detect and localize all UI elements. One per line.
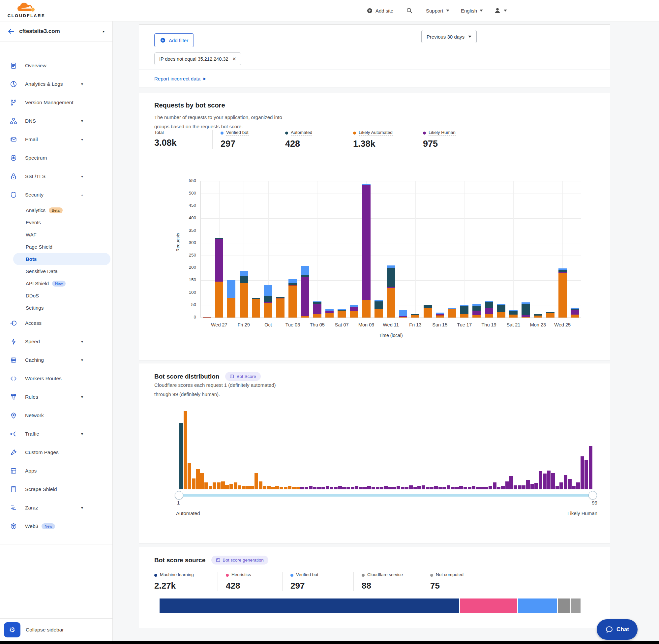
sidebar-item-overview[interactable]: Overview [0, 56, 112, 75]
chart-bar [313, 181, 322, 318]
sidebar-item-api-shield[interactable]: API ShieldNew [0, 277, 112, 290]
sidebar-item-email[interactable]: Email▾ [0, 130, 112, 149]
histogram-bar [493, 482, 496, 489]
sidebar-item-label: Sensitive Data [26, 269, 58, 274]
histogram-bar [225, 485, 229, 489]
sidebar-item-ddos[interactable]: DDoS [0, 290, 112, 302]
sidebar-item-access[interactable]: Access [0, 314, 112, 332]
chart-bar [215, 181, 223, 318]
bar-segment-verified-bot [436, 313, 444, 314]
add-filter-button[interactable]: Add filter [154, 33, 194, 47]
bar-segment-automated [411, 314, 419, 315]
sidebar-item-security[interactable]: Security▴ [0, 186, 112, 204]
sidebar-item-version-management[interactable]: Version Management [0, 93, 112, 112]
stat-label[interactable]: Verified bot [296, 572, 319, 578]
stat-label[interactable]: Automated [291, 130, 312, 136]
histogram-bar [447, 485, 450, 489]
sidebar-item-events[interactable]: Events [0, 216, 112, 229]
y-tick-label: 100 [180, 290, 196, 295]
sidebar-item-caching[interactable]: Caching▾ [0, 351, 112, 369]
language-menu[interactable]: English [461, 0, 483, 21]
sidebar-item-analytics-logs[interactable]: Analytics & Logs▾ [0, 75, 112, 93]
bar-segment-verified-bot [546, 312, 555, 313]
sidebar-item-analytics[interactable]: AnalyticsBeta [0, 204, 112, 216]
sidebar-item-dns[interactable]: DNS▾ [0, 112, 112, 130]
slider-handle-min[interactable] [175, 491, 183, 500]
histogram-bar [334, 487, 337, 489]
report-incorrect-data-link[interactable]: Report incorrect data ▶ [154, 76, 206, 82]
stat-label[interactable]: Machine learning [160, 572, 194, 578]
stat-label[interactable]: Likely Automated [359, 130, 393, 136]
legend-dot [220, 132, 223, 135]
stat-label[interactable]: Heuristics [231, 572, 251, 578]
histogram-bar [531, 484, 534, 489]
stat-label[interactable]: Verified bot [226, 130, 249, 136]
histogram-bar [464, 487, 467, 489]
chat-button[interactable]: Chat [597, 619, 638, 640]
doc-shield-icon [10, 486, 17, 493]
search-button[interactable] [406, 0, 413, 21]
login-icon [10, 320, 17, 327]
plus-circle-icon [367, 7, 373, 14]
chart-bar [399, 181, 407, 318]
sidebar-item-custom-pages[interactable]: Custom Pages [0, 443, 112, 462]
requests-time-series-chart: Requests Time (local) 050100150200250300… [201, 181, 581, 318]
bar-segment-likely-automated [509, 315, 518, 318]
sidebar-item-label: Settings [26, 305, 44, 310]
filter-chip[interactable]: IP does not equal 35.212.240.32 ✕ [154, 52, 241, 65]
bot-score-generation-docs-pill[interactable]: Bot score generation [211, 556, 268, 565]
sidebar-item-apps[interactable]: Apps [0, 462, 112, 480]
sidebar-item-speed[interactable]: Speed▾ [0, 332, 112, 351]
histogram-bar [547, 470, 550, 489]
site-selector[interactable]: cftestsite3.com ▸ [0, 21, 112, 42]
sidebar-item-ssl-tls[interactable]: SSL/TLS▾ [0, 167, 112, 186]
sidebar-item-sensitive-data[interactable]: Sensitive Data [0, 265, 112, 277]
sidebar-item-web3[interactable]: Web3New [0, 517, 112, 535]
sidebar-item-workers-routes[interactable]: Workers Routes [0, 369, 112, 388]
sidebar-item-settings[interactable]: Settings [0, 302, 112, 314]
back-arrow-icon[interactable] [7, 27, 15, 35]
histogram-bar [384, 486, 388, 489]
sidebar-item-page-shield[interactable]: Page Shield [0, 241, 112, 253]
add-site-button[interactable]: Add site [367, 0, 393, 21]
stat-label[interactable]: Cloudflare service [367, 572, 403, 578]
bar-segment-verified-bot [448, 308, 456, 309]
slider-handle-max[interactable] [588, 491, 597, 500]
sidebar-item-rules[interactable]: Rules▾ [0, 388, 112, 406]
legend-dot [423, 132, 426, 135]
chart-bar [252, 181, 260, 318]
cloudflare-logo[interactable]: CLOUDFLARE [6, 1, 46, 18]
chart-bar [509, 181, 518, 318]
settings-gear-button[interactable]: ⚙ [4, 622, 20, 638]
sidebar-item-waf[interactable]: WAF [0, 229, 112, 241]
histogram-bar [426, 487, 429, 489]
sidebar-item-zaraz[interactable]: Zaraz▾ [0, 499, 112, 517]
chevron-down-icon: ▾ [81, 432, 83, 436]
account-menu[interactable] [494, 0, 507, 21]
histogram-bar [209, 486, 212, 489]
histogram-bar [259, 481, 262, 489]
legend-dot [430, 574, 433, 577]
sidebar-item-network[interactable]: Network [0, 406, 112, 425]
stat-label[interactable]: Likely Human [428, 130, 455, 136]
histogram-bar [188, 463, 191, 489]
collapse-sidebar-button[interactable]: Collapse sidebar [26, 627, 64, 633]
date-range-dropdown[interactable]: Previous 30 days [421, 30, 477, 43]
stat-label[interactable]: Not computed [436, 572, 464, 578]
bar-segment-automated [252, 298, 260, 299]
sidebar-item-bots[interactable]: Bots [13, 253, 111, 265]
histogram-bar [288, 486, 291, 489]
filter-card: Add filter IP does not equal 35.212.240.… [139, 24, 610, 69]
sidebar-item-traffic[interactable]: Traffic▾ [0, 425, 112, 443]
chart-bar [276, 181, 284, 318]
close-icon[interactable]: ✕ [232, 56, 236, 62]
branch-icon [10, 99, 17, 106]
chevron-right-icon[interactable]: ▸ [103, 29, 105, 33]
bar-segment-automated [375, 301, 383, 309]
bot-score-docs-pill[interactable]: Bot Score [225, 372, 260, 381]
sidebar-item-scrape-shield[interactable]: Scrape Shield [0, 480, 112, 499]
sidebar-item-spectrum[interactable]: Spectrum [0, 149, 112, 167]
support-menu[interactable]: Support [426, 0, 449, 21]
histogram-bar [359, 487, 362, 489]
bar-segment-likely-automated [472, 315, 481, 318]
